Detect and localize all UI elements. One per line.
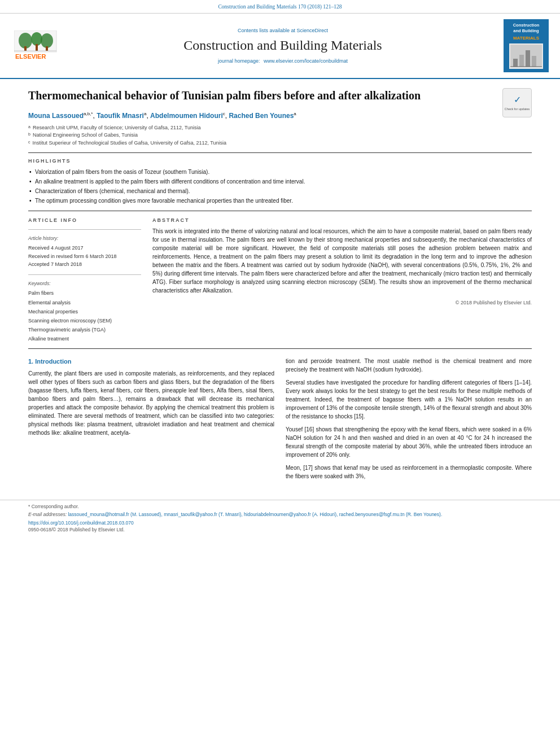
highlights-section: HIGHLIGHTS Valorization of palm fibers f… <box>28 158 532 205</box>
svg-point-3 <box>31 32 42 46</box>
elsevier-logo: ELSEVIER <box>11 30 62 62</box>
svg-rect-11 <box>519 55 524 67</box>
journal-header: ELSEVIER Contents lists available at Sci… <box>0 14 560 79</box>
footer-corresponding: * Corresponding author. <box>28 504 532 510</box>
intro-col-left: 1. Introduction Currently, the plant fib… <box>28 357 274 485</box>
article-footer: * Corresponding author. E-mail addresses… <box>0 500 560 538</box>
elsevier-logo-svg: ELSEVIER <box>14 30 59 62</box>
abstract-col: ABSTRACT This work is integrated into th… <box>152 217 532 344</box>
affil-3: c Institut Superieur of Technological St… <box>28 139 532 147</box>
author-2: Taoufik Mnasri <box>97 112 144 120</box>
abstract-text: This work is integrated into the theme o… <box>152 227 532 295</box>
highlights-list: Valorization of palm fibers from the oas… <box>28 168 532 205</box>
highlights-label: HIGHLIGHTS <box>28 158 532 165</box>
divider-1 <box>28 152 532 153</box>
info-divider <box>28 229 141 230</box>
highlight-1: Valorization of palm fibers from the oas… <box>28 168 532 176</box>
copyright-line: © 2018 Published by Elsevier Ltd. <box>152 299 532 307</box>
author-4: Rached Ben Younes <box>229 112 294 120</box>
intro-para-5: Meon, [17] shows that kenaf may be used … <box>286 464 532 480</box>
keywords-divider <box>28 274 141 275</box>
page: Construction and Building Materials 170 … <box>0 0 560 747</box>
svg-rect-12 <box>526 50 530 67</box>
journal-center: Contents lists available at ScienceDirec… <box>68 27 498 65</box>
article-body: ✓ Check for updates Thermomechanical beh… <box>0 79 560 494</box>
contents-label: Contents lists available at <box>238 28 295 33</box>
check-icon: ✓ <box>514 94 521 106</box>
svg-rect-10 <box>513 59 518 67</box>
divider-3 <box>28 348 532 349</box>
contents-line: Contents lists available at ScienceDirec… <box>68 27 498 34</box>
article-info-col: ARTICLE INFO Article history: Received 4… <box>28 217 141 344</box>
homepage-label: journal homepage: <box>218 58 260 64</box>
homepage-url[interactable]: www.elsevier.com/locate/conbuildmat <box>264 58 348 64</box>
citation-text: Construction and Building Materials 170 … <box>218 4 342 10</box>
keywords-label: Keywords: <box>28 281 141 287</box>
author-1: Mouna Lassoued <box>28 112 84 120</box>
svg-rect-4 <box>36 44 38 51</box>
intro-heading: 1. Introduction <box>28 357 274 366</box>
received-date: Received 4 August 2017 Received in revis… <box>28 244 141 268</box>
keywords-list: Palm fibers Elemental analysis Mechanica… <box>28 289 141 343</box>
article-history: Article history: Received 4 August 2017 … <box>28 235 141 268</box>
journal-logo-subtitle: MATERIALS <box>507 35 545 41</box>
svg-rect-6 <box>46 46 48 51</box>
journal-title: Construction and Building Materials <box>68 36 498 55</box>
svg-rect-13 <box>532 56 536 67</box>
footer-issn: 0950-0618/© 2018 Published by Elsevier L… <box>28 527 532 534</box>
check-updates-badge: ✓ Check for updates <box>502 88 532 117</box>
article-title: Thermomechanical behavior of Tunisian pa… <box>28 88 532 103</box>
history-label: Article history: <box>28 235 141 242</box>
footer-emails: E-mail addresses: lassoued_mouna@hotmail… <box>28 512 532 518</box>
intro-para-4: Yousef [16] shows that strengthening the… <box>286 425 532 459</box>
authors-line: Mouna Lassoueda,b,*, Taoufik Mnasria, Ab… <box>28 111 532 121</box>
intro-col-right: tion and peroxide treatment. The most us… <box>286 357 532 485</box>
sciencedirect-link[interactable]: ScienceDirect <box>297 28 329 33</box>
svg-text:ELSEVIER: ELSEVIER <box>15 53 46 60</box>
affiliations: a Research Unit UPM, Faculty of Science;… <box>28 124 532 147</box>
check-updates-text: Check for updates <box>505 107 530 112</box>
intro-para-3: Several studies have investigated the pr… <box>286 378 532 421</box>
divider-2 <box>28 211 532 211</box>
journal-logo-box: Construction and Building MATERIALS <box>504 19 549 72</box>
highlight-4: The optimum processing condition gives m… <box>28 197 532 205</box>
journal-logo-title: Construction and Building <box>507 23 545 34</box>
intro-para-2: tion and peroxide treatment. The most us… <box>286 357 532 374</box>
highlight-2: An alkaline treatment is applied to the … <box>28 178 532 186</box>
footer-doi[interactable]: https://doi.org/10.1016/j.conbuildmat.20… <box>28 520 532 527</box>
svg-point-1 <box>19 33 32 49</box>
journal-logo-image <box>509 43 543 69</box>
author-3: Abdelmoumen Hidouri <box>150 112 223 120</box>
highlight-3: Characterization of fibers (chemical, me… <box>28 187 532 195</box>
article-info-label: ARTICLE INFO <box>28 217 141 224</box>
info-abstract-section: ARTICLE INFO Article history: Received 4… <box>28 217 532 344</box>
svg-rect-2 <box>24 46 27 51</box>
journal-homepage: journal homepage: www.elsevier.com/locat… <box>68 58 498 65</box>
top-citation-bar: Construction and Building Materials 170 … <box>0 0 560 14</box>
affil-1: a Research Unit UPM, Faculty of Science;… <box>28 124 532 132</box>
svg-point-5 <box>41 33 53 48</box>
elsevier-wordmark: ELSEVIER <box>11 30 62 62</box>
introduction-section: 1. Introduction Currently, the plant fib… <box>28 357 532 485</box>
keywords-section: Keywords: Palm fibers Elemental analysis… <box>28 281 141 344</box>
intro-para-1: Currently, the plant fibers are used in … <box>28 369 274 437</box>
abstract-label: ABSTRACT <box>152 217 532 224</box>
affil-2: b National Engineering School of Gabes, … <box>28 132 532 139</box>
